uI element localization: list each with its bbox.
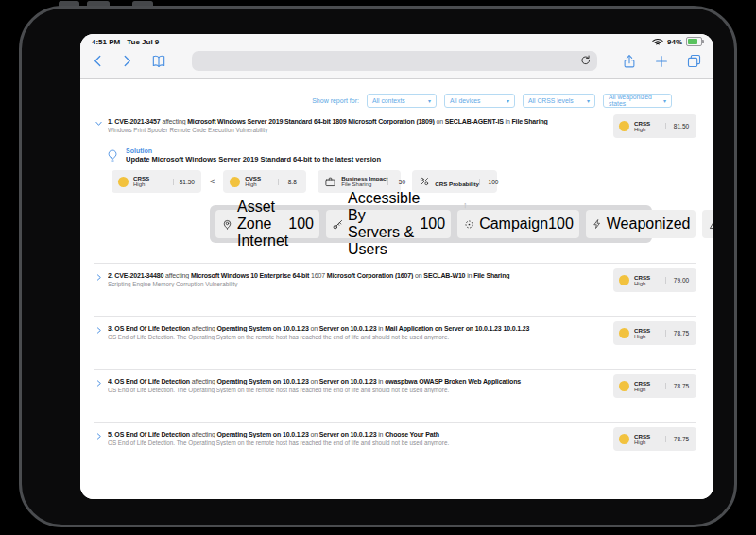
clock: 4:51 PM bbox=[92, 38, 120, 46]
crss-badge: CRSSHigh 81.50 bbox=[112, 170, 201, 193]
solution-section: Solution Update Microsoft Windows Server… bbox=[106, 147, 696, 164]
date: Tue Jul 9 bbox=[127, 38, 159, 46]
vuln-1-details: Solution Update Microsoft Windows Server… bbox=[94, 147, 696, 243]
vuln-title: 4. OS End Of Life Detection affecting Op… bbox=[108, 378, 613, 385]
vuln-title: 5. OS End Of Life Detection affecting Op… bbox=[108, 431, 613, 438]
vuln-title: 2. CVE-2021-34480 affecting Microsoft Wi… bbox=[108, 272, 613, 279]
address-bar[interactable] bbox=[192, 51, 597, 71]
filter-bar: Show report for: All contexts▾ All devic… bbox=[94, 93, 672, 108]
vuln-row-5[interactable]: 5. OS End Of Life Detection affecting Op… bbox=[94, 431, 696, 451]
status-bar: 4:51 PMTue Jul 9 94% bbox=[80, 34, 713, 46]
vuln-row-3[interactable]: 3. OS End Of Life Detection affecting Op… bbox=[94, 325, 696, 345]
solution-text: Update Microsoft Windows Server 2019 Sta… bbox=[126, 155, 381, 164]
expand-chevron-icon[interactable] bbox=[94, 432, 104, 440]
vuln-subtitle: OS End of Life Detection. The Operating … bbox=[108, 440, 613, 446]
lightning-icon bbox=[592, 217, 603, 231]
photo-background: 4:51 PMTue Jul 9 94% bbox=[0, 0, 756, 535]
filter-label: Show report for: bbox=[312, 97, 359, 104]
filter-contexts-dropdown[interactable]: All contexts▾ bbox=[367, 94, 437, 108]
crss-score-badge: CRSSHigh 79.00 bbox=[613, 268, 696, 292]
severity-dot-icon bbox=[619, 121, 629, 131]
vuln-subtitle: OS End of Life Detection. The Operating … bbox=[108, 334, 613, 340]
up-arrow-icon: ↑ bbox=[463, 200, 468, 210]
briefcase-icon bbox=[324, 176, 336, 188]
screen: 4:51 PMTue Jul 9 94% bbox=[80, 34, 713, 499]
severity-dot-icon bbox=[619, 434, 629, 444]
key-icon bbox=[332, 218, 344, 231]
browser-toolbar bbox=[80, 46, 713, 76]
asset-zone-badge: Asset ZoneInternet 100 bbox=[215, 210, 319, 238]
vuln-row-2[interactable]: 2. CVE-2021-34480 affecting Microsoft Wi… bbox=[94, 272, 696, 292]
battery-percent: 94% bbox=[667, 38, 682, 46]
chevron-down-icon: ▾ bbox=[587, 97, 590, 104]
severity-dot-icon bbox=[230, 177, 240, 187]
expand-chevron-icon[interactable] bbox=[94, 326, 104, 335]
crss-score-badge: CRSSHigh 78.75 bbox=[613, 374, 696, 398]
less-than-comparator: < bbox=[210, 177, 215, 186]
cvss-badge: CVSSHigh 8.8 bbox=[223, 170, 306, 193]
vuln-title: 3. OS End Of Life Detection affecting Op… bbox=[108, 325, 613, 332]
crss-score-badge: CRSSHigh 81.50 bbox=[613, 114, 696, 138]
filter-crss-levels-dropdown[interactable]: All CRSS levels▾ bbox=[523, 94, 595, 108]
vuln-subtitle: OS End of Life Detection. The Operating … bbox=[108, 387, 613, 393]
chevron-down-icon: ▾ bbox=[507, 97, 509, 104]
solution-label: Solution bbox=[126, 147, 381, 155]
crosshair-icon bbox=[463, 218, 475, 231]
expand-chevron-icon[interactable] bbox=[94, 379, 104, 388]
bookmarks-icon[interactable] bbox=[150, 53, 167, 69]
severity-dot-icon bbox=[619, 328, 629, 338]
battery-icon bbox=[686, 37, 702, 46]
vuln-row-5-container: 5. OS End Of Life Detection affecting Op… bbox=[94, 422, 696, 475]
weaponized-badge: Weaponized bbox=[586, 210, 696, 238]
share-icon[interactable] bbox=[622, 53, 637, 70]
collapse-chevron-icon[interactable] bbox=[94, 119, 104, 128]
expand-chevron-icon[interactable] bbox=[94, 273, 104, 282]
severity-dot-icon bbox=[619, 381, 629, 391]
forward-button[interactable] bbox=[119, 53, 133, 69]
back-button[interactable] bbox=[92, 53, 106, 69]
location-pin-icon bbox=[221, 217, 233, 231]
tabs-icon[interactable] bbox=[686, 53, 702, 69]
vuln-row-2-container: 2. CVE-2021-34480 affecting Microsoft Wi… bbox=[94, 263, 696, 316]
vuln-row-4-container: 4. OS End Of Life Detection affecting Op… bbox=[94, 369, 696, 422]
vuln-row-3-container: 3. OS End Of Life Detection affecting Op… bbox=[94, 316, 696, 369]
filter-weaponized-dropdown[interactable]: All weaponized states▾ bbox=[603, 94, 672, 108]
chevron-down-icon: ▾ bbox=[428, 97, 431, 104]
refresh-icon[interactable] bbox=[579, 54, 592, 67]
vuln-title: 1. CVE-2021-3457 affecting Microsoft Win… bbox=[108, 118, 613, 125]
crss-score-badge: CRSSHigh 78.75 bbox=[613, 321, 696, 345]
ipad-frame: 4:51 PMTue Jul 9 94% bbox=[19, 6, 737, 527]
vuln-subtitle: Windows Print Spooler Remote Code Execut… bbox=[108, 127, 613, 133]
browser-chrome: 4:51 PMTue Jul 9 94% bbox=[80, 34, 713, 79]
severity-dot-icon bbox=[118, 177, 129, 187]
exploitation-feasible-badge: Exploitation is feasible bbox=[702, 210, 713, 238]
lightbulb-icon bbox=[106, 147, 119, 164]
crss-score-badge: CRSSHigh 78.75 bbox=[613, 427, 696, 451]
chevron-down-icon: ▾ bbox=[663, 97, 666, 104]
accessible-by-badge: Accessible ByServers & Users 100 bbox=[326, 210, 451, 238]
vuln-subtitle: Scripting Engine Memory Corruption Vulne… bbox=[108, 281, 613, 287]
wifi-icon bbox=[652, 38, 663, 46]
crs-probability-badge: CRS Probability 100 bbox=[412, 170, 497, 193]
vuln-row-1[interactable]: 1. CVE-2021-3457 affecting Microsoft Win… bbox=[94, 118, 696, 138]
filter-devices-dropdown[interactable]: All devices▾ bbox=[444, 94, 515, 108]
severity-dot-icon bbox=[619, 275, 629, 285]
percent-icon bbox=[419, 176, 430, 187]
report-page: Show report for: All contexts▾ All devic… bbox=[80, 79, 713, 499]
vuln-row-4[interactable]: 4. OS End Of Life Detection affecting Op… bbox=[94, 378, 696, 398]
warning-triangle-icon bbox=[708, 218, 713, 231]
campaign-badge: Campaign 100 bbox=[457, 210, 579, 238]
new-tab-icon[interactable] bbox=[654, 54, 669, 69]
factor-badges-container: Asset ZoneInternet 100 Accessible ByServ… bbox=[210, 205, 652, 243]
